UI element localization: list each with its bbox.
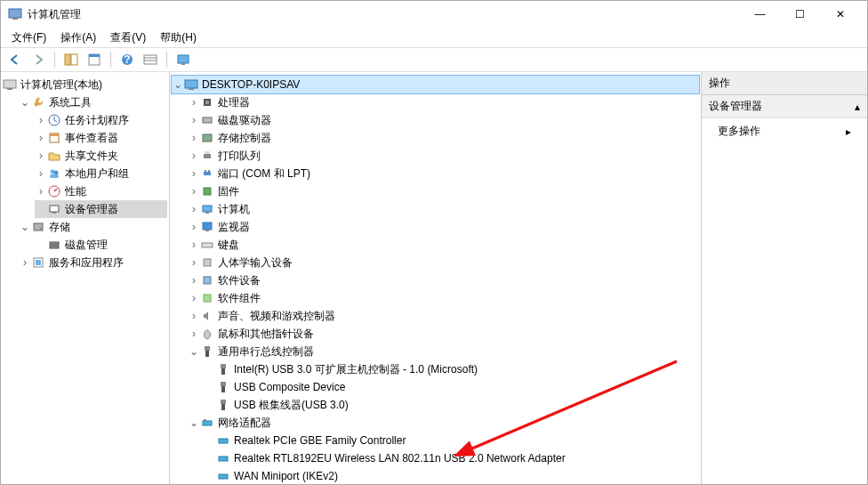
- keyboard-icon: [200, 238, 214, 252]
- tree-task-scheduler[interactable]: ›任务计划程序: [35, 111, 167, 129]
- expand-icon[interactable]: ›: [188, 293, 200, 303]
- menu-view[interactable]: 查看(V): [105, 28, 151, 47]
- disk-icon: [47, 238, 61, 252]
- usb-device-3[interactable]: USB 根集线器(USB 3.0): [204, 396, 699, 414]
- tree-storage[interactable]: ⌄ 存储: [19, 218, 167, 236]
- cat-computers[interactable]: ›计算机: [188, 200, 699, 218]
- usb-device-2[interactable]: USB Composite Device: [204, 378, 699, 396]
- expand-icon[interactable]: ›: [188, 150, 200, 161]
- cat-processor[interactable]: ›处理器: [188, 93, 699, 111]
- cat-keyboards[interactable]: ›键盘: [188, 236, 699, 254]
- back-button[interactable]: [4, 50, 26, 69]
- svg-rect-56: [221, 382, 226, 386]
- more-actions-link[interactable]: 更多操作 ▸: [702, 118, 867, 144]
- refresh-button[interactable]: [173, 50, 194, 69]
- svg-rect-49: [204, 277, 211, 284]
- collapse-icon[interactable]: ⌄: [172, 79, 184, 90]
- cat-disk-drives[interactable]: ›磁盘驱动器: [188, 111, 699, 129]
- forward-button[interactable]: [28, 50, 49, 69]
- cat-soft-components[interactable]: ›软件组件: [188, 289, 699, 307]
- tree-local-users[interactable]: ›本地用户和组: [35, 165, 167, 182]
- close-button[interactable]: ✕: [820, 1, 860, 28]
- tree-disk-mgmt[interactable]: 磁盘管理: [35, 236, 167, 254]
- storage-icon: [31, 220, 45, 234]
- computer-icon: [184, 77, 198, 92]
- expand-icon[interactable]: ›: [188, 204, 200, 214]
- port-icon: [200, 166, 214, 181]
- actions-section[interactable]: 设备管理器 ▴: [702, 95, 867, 118]
- expand-icon[interactable]: ›: [188, 97, 200, 108]
- cat-network-adapters[interactable]: ⌄网络适配器: [188, 414, 699, 432]
- tree-device-manager[interactable]: 设备管理器: [35, 200, 167, 218]
- collapse-icon[interactable]: ⌄: [19, 222, 31, 232]
- services-icon: [31, 255, 45, 270]
- svg-rect-57: [221, 386, 225, 392]
- expand-icon[interactable]: ›: [188, 275, 200, 286]
- right-pane: 操作 设备管理器 ▴ 更多操作 ▸: [702, 72, 867, 484]
- cat-monitors[interactable]: ›监视器: [188, 218, 699, 236]
- collapse-icon[interactable]: ⌄: [188, 346, 200, 357]
- minimize-button[interactable]: —: [740, 1, 780, 28]
- expand-icon[interactable]: ›: [188, 186, 200, 197]
- usb-icon: [200, 344, 214, 359]
- tree-services-apps[interactable]: › 服务和应用程序: [19, 254, 167, 271]
- menu-action[interactable]: 操作(A): [55, 28, 101, 47]
- cat-ports[interactable]: ›端口 (COM 和 LPT): [188, 165, 699, 182]
- tree-shared-folders[interactable]: ›共享文件夹: [35, 147, 167, 165]
- show-hide-tree-button[interactable]: [60, 50, 82, 69]
- cat-mouse[interactable]: ›鼠标和其他指针设备: [188, 325, 699, 343]
- svg-rect-55: [221, 368, 225, 375]
- svg-rect-17: [50, 133, 59, 136]
- expand-icon[interactable]: ›: [188, 168, 200, 179]
- menu-help[interactable]: 帮助(H): [155, 28, 202, 47]
- expand-icon[interactable]: ›: [35, 186, 47, 197]
- svg-rect-0: [9, 9, 21, 18]
- net-adapter-2[interactable]: Realtek RTL8192EU Wireless LAN 802.11n U…: [204, 449, 699, 467]
- cat-sound[interactable]: ›声音、视频和游戏控制器: [188, 307, 699, 325]
- expand-icon[interactable]: ›: [19, 257, 31, 268]
- view-button[interactable]: [140, 50, 161, 69]
- toolbar-separator-2: [110, 52, 111, 68]
- expand-icon[interactable]: ›: [188, 115, 200, 125]
- cat-usb-controllers[interactable]: ⌄通用串行总线控制器: [188, 343, 699, 360]
- cat-hid[interactable]: ›人体学输入设备: [188, 254, 699, 271]
- tree-system-tools[interactable]: ⌄ 系统工具: [19, 93, 167, 111]
- svg-rect-2: [65, 54, 70, 65]
- menu-file[interactable]: 文件(F): [6, 28, 52, 47]
- net-adapter-3[interactable]: WAN Miniport (IKEv2): [204, 467, 699, 484]
- collapse-arrow-icon: ▴: [855, 101, 860, 113]
- hdd-icon: [200, 113, 214, 127]
- expand-icon[interactable]: ›: [35, 115, 47, 125]
- properties-button[interactable]: [84, 50, 105, 69]
- tree-performance[interactable]: ›性能: [35, 182, 167, 200]
- help-button[interactable]: ?: [117, 50, 138, 69]
- svg-rect-41: [208, 170, 210, 172]
- svg-rect-3: [71, 54, 77, 65]
- expand-icon[interactable]: ›: [35, 150, 47, 161]
- expand-icon[interactable]: ›: [188, 133, 200, 143]
- expand-icon[interactable]: ›: [35, 168, 47, 179]
- tree-root[interactable]: 计算机管理(本地): [3, 76, 167, 93]
- cat-soft-devices[interactable]: ›软件设备: [188, 271, 699, 289]
- maximize-button[interactable]: ☐: [780, 1, 820, 28]
- expand-icon[interactable]: ›: [188, 328, 200, 339]
- svg-text:?: ?: [124, 53, 130, 66]
- expand-icon[interactable]: ›: [188, 257, 200, 268]
- collapse-icon[interactable]: ⌄: [19, 97, 31, 108]
- collapse-icon[interactable]: ⌄: [188, 417, 200, 428]
- cat-print-queues[interactable]: ›打印队列: [188, 147, 699, 165]
- svg-rect-61: [204, 419, 206, 421]
- svg-rect-42: [204, 188, 211, 195]
- device-root[interactable]: ⌄ DESKTOP-K0IPSAV: [172, 76, 699, 93]
- svg-rect-63: [219, 457, 228, 461]
- expand-icon[interactable]: ›: [188, 239, 200, 250]
- usb-device-1[interactable]: Intel(R) USB 3.0 可扩展主机控制器 - 1.0 (Microso…: [204, 360, 699, 378]
- expand-icon[interactable]: ›: [188, 311, 200, 321]
- net-adapter-1[interactable]: Realtek PCIe GBE Family Controller: [204, 432, 699, 449]
- svg-rect-32: [189, 88, 194, 90]
- cat-storage-ctrl[interactable]: ›存储控制器: [188, 129, 699, 147]
- expand-icon[interactable]: ›: [188, 222, 200, 232]
- cat-firmware[interactable]: ›固件: [188, 182, 699, 200]
- tree-event-viewer[interactable]: ›事件查看器: [35, 129, 167, 147]
- expand-icon[interactable]: ›: [35, 133, 47, 143]
